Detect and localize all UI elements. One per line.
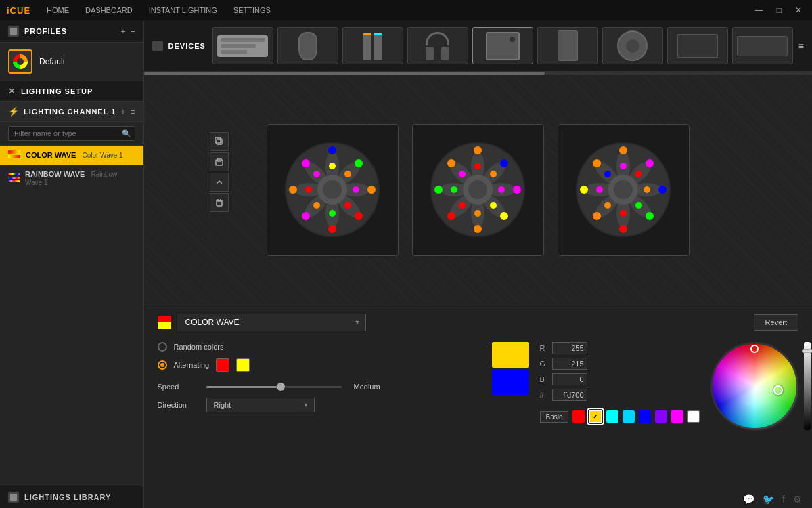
color-wheel[interactable] [710,342,798,430]
brightness-slider[interactable] [804,342,811,430]
basic-purple[interactable] [655,410,667,423]
b-row: B [540,373,700,385]
brightness-thumb[interactable] [802,349,812,353]
b-input[interactable] [552,373,587,385]
alternating-color2-swatch[interactable] [236,358,250,372]
svg-point-23 [329,210,336,217]
fan-leds-3 [576,142,671,237]
basic-cyan[interactable] [606,410,618,423]
color-preview-yellow[interactable] [492,342,529,368]
effect-dropdown[interactable]: COLOR WAVE [177,314,366,331]
device-cooler[interactable] [602,27,663,64]
channel-right-buttons [210,132,230,212]
g-input[interactable] [552,358,587,370]
basic-white[interactable] [687,410,700,423]
color-preview-blue[interactable] [492,369,529,395]
svg-point-57 [620,163,627,169]
library-title: LIGHTINGS LIBRARY [24,493,111,501]
basic-red[interactable] [572,410,585,423]
channel-up-button[interactable] [210,173,229,192]
hash-label: # [540,391,548,399]
device-mouse[interactable] [277,27,338,64]
color-wheel-dark-overlay [713,344,796,428]
effect-rainbow-wave[interactable]: RAINBOW WAVE Rainbow Wave 1 [0,165,143,191]
svg-point-59 [644,186,650,193]
bottom-facebook-icon[interactable]: f [782,494,785,505]
app-logo: iCUE [7,5,30,16]
random-colors-radio[interactable] [158,342,167,352]
profile-name: Default [39,57,65,66]
alternating-row: Alternating [158,358,465,372]
r-input[interactable] [552,342,587,354]
device-ram[interactable] [342,27,403,64]
svg-point-55 [580,186,588,194]
profiles-add-button[interactable]: + [121,27,125,35]
device-keyboard[interactable] [212,27,273,64]
controls-area: COLOR WAVE Revert Random colors [144,305,812,508]
devices-scrollbar[interactable] [144,72,812,75]
svg-point-32 [513,186,521,194]
devices-scrollbar-thumb[interactable] [144,72,545,75]
nav-instant-lighting[interactable]: INSTANT LIGHTING [146,5,220,16]
color-wave-icon [8,150,20,160]
channel-add-button[interactable]: + [121,108,125,116]
devices-menu-button[interactable]: ≡ [798,41,804,51]
profile-icon-center [17,58,24,65]
basic-magenta[interactable] [671,410,683,423]
alternating-color1-swatch[interactable] [216,358,229,372]
basic-light-blue[interactable] [623,410,635,423]
basic-colors: Basic ✓ [540,410,700,423]
channel-menu-button[interactable]: ≡ [131,108,135,116]
lightings-library[interactable]: LIGHTINGS LIBRARY [0,486,143,508]
basic-button[interactable]: Basic [540,411,568,423]
title-bar: iCUE HOME DASHBOARD INSTANT LIGHTING SET… [0,0,812,20]
basic-check[interactable]: ✓ [589,410,602,423]
effect-color-wave[interactable]: COLOR WAVE Color Wave 1 [0,146,143,165]
effect-color-badge [158,316,171,329]
bottom-chat-icon[interactable]: 💬 [743,494,754,505]
svg-point-19 [329,163,336,169]
bottom-twitter-icon[interactable]: 🐦 [763,494,774,505]
sidebar-spacer [0,191,143,486]
lighting-channel-header: ⚡ LIGHTING CHANNEL 1 + ≡ [0,102,143,122]
bottom-discord-icon[interactable]: ⚙ [793,494,802,505]
profiles-menu-button[interactable]: ≡ [131,27,135,35]
alternating-radio[interactable] [158,360,167,370]
device-case[interactable] [472,27,533,64]
nav-settings[interactable]: SETTINGS [231,5,273,16]
revert-button[interactable]: Revert [754,314,798,331]
svg-point-13 [367,186,376,194]
direction-dropdown[interactable]: Right Left [206,398,315,412]
channel-delete-button[interactable] [210,193,229,212]
nav-home[interactable]: HOME [44,5,72,16]
basic-blue[interactable] [639,410,651,423]
maximize-button[interactable]: □ [773,4,785,16]
color-wheel-top-cursor[interactable] [750,345,759,353]
device-pcie[interactable] [732,27,793,64]
minimize-button[interactable]: — [752,4,767,16]
svg-point-20 [344,171,351,177]
direction-control: Direction Right Left [158,398,465,412]
search-input[interactable] [8,126,135,141]
svg-point-14 [355,212,363,220]
color-wheel-cursor[interactable] [773,385,783,395]
main-layout: PROFILES + ≡ Default ✕ LIGHTING SETUP ⚡ [0,20,812,508]
svg-point-62 [604,202,611,209]
fan-hub-3 [576,142,671,237]
speed-slider-thumb[interactable] [277,383,285,391]
hex-input[interactable] [552,389,587,401]
device-psu[interactable] [667,27,728,64]
color-wheel-container[interactable] [710,342,798,430]
close-button[interactable]: ✕ [792,4,805,16]
channel-actions: + ≡ [121,108,135,116]
device-tower[interactable] [537,27,598,64]
channel-copy-button[interactable] [210,132,229,151]
svg-rect-1 [215,137,221,143]
profile-default[interactable]: Default [0,43,143,81]
channel-paste-button[interactable] [210,152,229,171]
speed-slider-track [206,386,342,388]
svg-point-22 [344,202,351,209]
nav-dashboard[interactable]: DASHBOARD [83,5,135,16]
device-headset[interactable] [407,27,468,64]
effect-color-wave-labels: COLOR WAVE Color Wave 1 [26,151,123,159]
